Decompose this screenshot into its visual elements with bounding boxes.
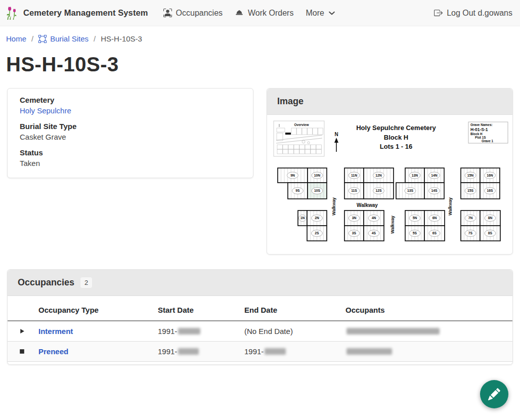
table-row: Preneed 1991- 1991- xyxy=(8,341,512,361)
brand[interactable]: Cemetery Management System xyxy=(6,6,148,20)
svg-text:11N: 11N xyxy=(351,174,357,177)
play-icon xyxy=(18,327,26,335)
occupancies-header: Occupancies 2 xyxy=(8,270,512,296)
nav-item-occupancies[interactable]: Occupancies xyxy=(163,9,223,18)
field-label: Status xyxy=(20,148,241,157)
tulip-logo-icon xyxy=(6,6,19,20)
breadcrumb-separator: / xyxy=(94,34,96,43)
occupancies-title: Occupancies xyxy=(18,277,74,288)
image-card-header: Image xyxy=(267,89,512,115)
svg-text:Block H: Block H xyxy=(470,132,483,136)
logout-label: Log Out d.gowans xyxy=(447,9,512,18)
redacted-text xyxy=(346,348,392,355)
svg-text:16S: 16S xyxy=(487,189,493,192)
redacted-text xyxy=(178,348,199,355)
column-header: Occupancy Type xyxy=(38,296,158,321)
svg-text:6N: 6N xyxy=(432,216,437,220)
page-title: HS-H-10S-3 xyxy=(6,53,513,76)
field-label: Burial Site Type xyxy=(20,122,241,131)
plot-map-image: OverviewNHoly Sepulchre CemeteryBlock HL… xyxy=(272,119,509,247)
svg-text:Plot 1S: Plot 1S xyxy=(475,136,486,139)
svg-text:Grave 1: Grave 1 xyxy=(482,139,494,143)
svg-text:Walkway: Walkway xyxy=(357,202,378,208)
svg-text:2S: 2S xyxy=(315,231,319,235)
redacted-text xyxy=(265,348,286,355)
person-bounding-box-icon xyxy=(163,9,172,17)
breadcrumb-burial-sites[interactable]: Burial Sites xyxy=(38,34,89,43)
field-burial-site-type: Burial Site Type Casket Grave xyxy=(20,122,241,141)
breadcrumb-label: Burial Sites xyxy=(50,34,89,43)
column-header: Occupants xyxy=(345,296,512,321)
svg-text:15N: 15N xyxy=(467,174,474,177)
end-date: 1991- xyxy=(244,347,264,356)
nav-item-work-orders[interactable]: Work Orders xyxy=(235,9,293,18)
table-row: Interment 1991- (No End Date) xyxy=(8,321,512,341)
occupancies-card: Occupancies 2 Occupancy Type Start Date … xyxy=(7,269,513,365)
nav-item-logout[interactable]: Log Out d.gowans xyxy=(434,9,512,18)
box-arrow-right-icon xyxy=(434,9,443,17)
end-date: (No End Date) xyxy=(244,327,293,335)
svg-text:Holy Sepulchre Cemetery: Holy Sepulchre Cemetery xyxy=(356,124,436,132)
svg-text:11S: 11S xyxy=(351,189,357,192)
field-status: Status Taken xyxy=(20,148,241,167)
field-label: Cemetery xyxy=(20,96,241,104)
svg-text:16N: 16N xyxy=(487,174,493,177)
svg-text:Block H: Block H xyxy=(384,134,408,141)
start-date: 1991- xyxy=(158,327,177,335)
column-header: Start Date xyxy=(158,296,244,321)
breadcrumb-current: HS-H-10S-3 xyxy=(101,34,142,43)
svg-text:8S: 8S xyxy=(488,231,493,235)
svg-text:8N: 8N xyxy=(488,216,493,220)
nav-item-label: Work Orders xyxy=(248,9,293,18)
svg-text:2N: 2N xyxy=(315,216,319,220)
edit-fab[interactable] xyxy=(480,380,508,408)
bounding-box-icon xyxy=(38,35,47,43)
chevron-down-icon xyxy=(328,10,335,17)
svg-text:Walkway: Walkway xyxy=(448,197,453,216)
field-value: Taken xyxy=(20,159,241,167)
brand-title: Cemetery Management System xyxy=(23,8,148,18)
field-value: Casket Grave xyxy=(20,133,241,141)
top-navbar: Cemetery Management System Occupancies W… xyxy=(0,0,520,26)
svg-text:3S: 3S xyxy=(352,231,357,235)
svg-text:1N: 1N xyxy=(300,216,305,220)
svg-text:Walkway: Walkway xyxy=(331,197,336,216)
nav-item-label: More xyxy=(306,9,324,18)
occupancies-count-badge: 2 xyxy=(80,277,92,288)
svg-text:H-01-S-1: H-01-S-1 xyxy=(470,127,488,132)
nav-item-label: Occupancies xyxy=(176,9,223,18)
occupancies-table: Occupancy Type Start Date End Date Occup… xyxy=(8,296,512,362)
svg-text:Walkway: Walkway xyxy=(390,216,395,234)
breadcrumb-separator: / xyxy=(31,34,33,43)
svg-text:9N: 9N xyxy=(290,174,295,177)
details-card: Cemetery Holy Sepulchre Burial Site Type… xyxy=(7,88,253,178)
svg-text:Grave Names:: Grave Names: xyxy=(470,123,493,127)
svg-text:14N: 14N xyxy=(431,174,438,177)
card-tail xyxy=(8,362,512,364)
svg-text:4S: 4S xyxy=(372,231,376,235)
occupancy-link[interactable]: Preneed xyxy=(38,347,68,356)
svg-text:12N: 12N xyxy=(375,174,382,177)
nav-item-more[interactable]: More xyxy=(306,9,335,18)
column-header: End Date xyxy=(244,296,345,321)
pencil-icon xyxy=(488,388,500,400)
stop-icon xyxy=(18,348,26,355)
svg-text:7N: 7N xyxy=(468,216,473,220)
redacted-text xyxy=(178,328,200,334)
svg-text:Lots 1 - 16: Lots 1 - 16 xyxy=(380,143,412,150)
cards-row: Cemetery Holy Sepulchre Burial Site Type… xyxy=(7,88,513,255)
occupancy-link[interactable]: Interment xyxy=(38,327,73,335)
svg-text:4N: 4N xyxy=(372,216,376,220)
svg-text:9S: 9S xyxy=(295,189,300,192)
field-cemetery: Cemetery Holy Sepulchre xyxy=(20,96,241,115)
svg-text:3N: 3N xyxy=(352,216,357,220)
cemetery-link[interactable]: Holy Sepulchre xyxy=(20,106,71,115)
svg-text:13N: 13N xyxy=(412,174,418,177)
breadcrumb-home[interactable]: Home xyxy=(6,34,26,43)
svg-text:14S: 14S xyxy=(431,189,438,192)
hardhat-icon xyxy=(235,9,244,17)
svg-text:10S: 10S xyxy=(314,189,321,192)
svg-text:Overview: Overview xyxy=(294,123,310,127)
table-header-row: Occupancy Type Start Date End Date Occup… xyxy=(8,296,512,321)
svg-text:6S: 6S xyxy=(432,231,437,235)
